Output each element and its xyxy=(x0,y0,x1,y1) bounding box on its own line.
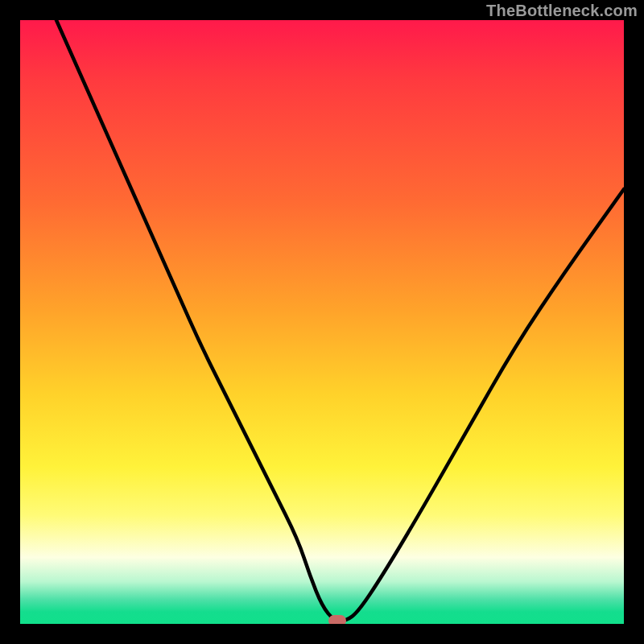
bottleneck-curve-path xyxy=(56,20,624,621)
watermark-text: TheBottleneck.com xyxy=(486,2,638,20)
chart-frame: TheBottleneck.com xyxy=(0,0,644,644)
optimal-point-marker xyxy=(328,615,346,624)
curve-layer xyxy=(20,20,624,624)
plot-area xyxy=(20,20,624,624)
